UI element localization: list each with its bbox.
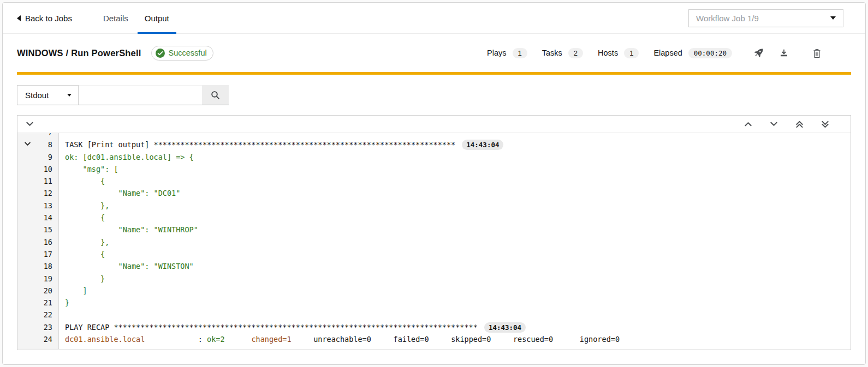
console-line-text: {	[59, 248, 105, 260]
stat-label: Elapsed	[653, 49, 682, 57]
tab-details[interactable]: Details	[95, 3, 136, 33]
line-number-text: 16	[44, 238, 52, 246]
console-line	[17, 345, 851, 349]
line-number: 20	[17, 285, 59, 297]
console-line: 16 },	[17, 236, 851, 248]
line-number: 19	[17, 273, 59, 285]
line-number: 24	[17, 333, 59, 345]
line-number: 13	[17, 200, 59, 212]
console-line-text: PLAY RECAP *****************************…	[59, 321, 526, 333]
line-number-text: 18	[44, 262, 52, 270]
console-line-text: {	[59, 175, 105, 187]
line-number: 9	[17, 151, 59, 163]
download-output-button[interactable]	[771, 48, 796, 58]
workflow-job-select[interactable]: Workflow Job 1/9	[688, 9, 843, 27]
line-number-text: 7	[48, 133, 52, 137]
line-number: 7	[17, 133, 59, 139]
double-chevron-up-icon	[796, 121, 803, 128]
scroll-to-bottom-button[interactable]	[822, 121, 829, 128]
stat-elapsed: Elapsed00:00:20	[653, 48, 732, 58]
chevron-down-icon	[67, 94, 72, 97]
line-number: 16	[17, 236, 59, 248]
console-line-text: "Name": "WINTHROP"	[59, 224, 198, 236]
stat-value-badge: 2	[568, 48, 583, 58]
console-line: 10 "msg": [	[17, 163, 851, 175]
relaunch-button[interactable]	[746, 48, 771, 58]
line-number-text: 22	[44, 310, 52, 319]
line-number: 12	[17, 187, 59, 199]
scroll-previous-button[interactable]	[745, 122, 752, 127]
chevron-down-icon	[26, 122, 33, 127]
delete-trash-icon	[812, 48, 822, 58]
line-number-text: 23	[44, 323, 52, 332]
top-nav: Back to Jobs DetailsOutput Workflow Job …	[3, 3, 865, 34]
search-input[interactable]	[79, 85, 202, 105]
chevron-up-icon	[745, 122, 752, 127]
job-output-page: Back to Jobs DetailsOutput Workflow Job …	[2, 2, 866, 365]
line-number-text: 24	[44, 335, 52, 344]
console-output[interactable]: 78TASK [Print output] ******************…	[17, 133, 851, 349]
status-divider-bar	[17, 72, 851, 75]
line-number: 8	[17, 139, 59, 151]
line-number-text: 8	[48, 140, 52, 149]
stat-hosts: Hosts1	[598, 48, 639, 58]
console-line-text: {	[59, 212, 105, 224]
console-line-text	[59, 309, 65, 321]
search-mode-select[interactable]: Stdout	[17, 85, 79, 105]
line-number: 11	[17, 175, 59, 187]
console-line: 12 "Name": "DC01"	[17, 187, 851, 199]
line-number-text: 21	[44, 298, 52, 307]
line-number-text: 15	[44, 225, 52, 234]
stat-value-badge: 00:00:20	[688, 48, 732, 58]
console-line-text: "Name": "WINSTON"	[59, 260, 194, 272]
console-line: 9ok: [dc01.ansible.local] => {	[17, 151, 851, 163]
workflow-job-select-value: Workflow Job 1/9	[696, 14, 759, 23]
search-button[interactable]	[202, 85, 229, 105]
line-number-text: 11	[44, 177, 52, 185]
console-line: 22	[17, 309, 851, 321]
scroll-to-top-button[interactable]	[796, 121, 803, 128]
console-line: 11 {	[17, 175, 851, 187]
relaunch-rocket-icon	[754, 48, 764, 58]
download-icon	[779, 48, 789, 58]
check-circle-icon	[156, 49, 165, 58]
line-number-text: 17	[44, 250, 52, 258]
tab-output[interactable]: Output	[136, 3, 177, 33]
stat-label: Tasks	[542, 49, 562, 57]
console-line: 18 "Name": "WINSTON"	[17, 260, 851, 272]
stat-tasks: Tasks2	[542, 48, 583, 58]
collapse-task-toggle-icon[interactable]	[25, 142, 31, 146]
console-line: 24dc01.ansible.local : ok=2 changed=1 un…	[17, 333, 851, 345]
console-line: 23PLAY RECAP ***************************…	[17, 321, 851, 333]
console-line: 14 {	[17, 212, 851, 224]
console-line: 7	[17, 133, 851, 139]
job-actions	[746, 48, 829, 58]
search-mode-value: Stdout	[25, 91, 49, 100]
console-line: 13 },	[17, 200, 851, 212]
stdout-panel: 78TASK [Print output] ******************…	[17, 115, 851, 350]
line-number	[17, 345, 59, 349]
console-line-text: "Name": "DC01"	[59, 187, 180, 199]
line-number-text: 19	[44, 274, 52, 283]
line-number: 10	[17, 163, 59, 175]
collapse-all-toggle[interactable]	[26, 122, 33, 127]
console-line-text: "msg": [	[59, 163, 118, 175]
back-to-jobs-link[interactable]: Back to Jobs	[17, 3, 72, 33]
delete-job-button[interactable]	[804, 48, 829, 58]
line-number: 14	[17, 212, 59, 224]
console-line: 15 "Name": "WINTHROP"	[17, 224, 851, 236]
line-number: 21	[17, 297, 59, 309]
console-line-text: }	[59, 297, 69, 309]
back-to-jobs-label: Back to Jobs	[25, 14, 72, 23]
console-line-text: ok: [dc01.ansible.local] => {	[59, 151, 194, 163]
tab-bar: DetailsOutput	[95, 3, 177, 33]
console-line: 20 ]	[17, 285, 851, 297]
line-number-text: 20	[44, 286, 52, 295]
stat-label: Plays	[487, 49, 506, 57]
line-number-text: 10	[44, 165, 52, 173]
status-badge: Successful	[151, 46, 213, 61]
timestamp-badge: 14:43:04	[462, 140, 503, 150]
scroll-next-button[interactable]	[770, 122, 777, 127]
console-line-text: ]	[59, 285, 87, 297]
console-line: 17 {	[17, 248, 851, 260]
